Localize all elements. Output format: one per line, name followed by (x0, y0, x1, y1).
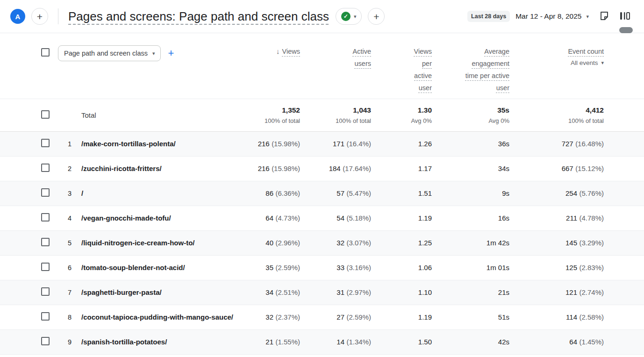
report-status-dropdown[interactable]: ✓ ▾ (336, 8, 362, 25)
row-checkbox[interactable] (41, 188, 50, 197)
views-value: 35 (265, 264, 273, 271)
event-count-value: 145 (565, 239, 577, 247)
total-active-users-sub: 100% of total (306, 117, 371, 124)
column-header-label: Event count (568, 45, 604, 57)
check-circle-icon: ✓ (341, 12, 351, 21)
views-per-user-value: 1.25 (418, 239, 432, 247)
table-row: 9 /spanish-tortilla-potatoes/ 21 (1.55%)… (0, 330, 644, 355)
row-checkbox[interactable] (41, 263, 50, 271)
column-header-views[interactable]: ↓Views (240, 45, 306, 57)
add-note-button[interactable] (596, 8, 612, 24)
panels-icon (619, 10, 631, 23)
table-scrollbar-thumb[interactable] (619, 27, 633, 33)
total-label: Total (81, 111, 240, 119)
row-checkbox[interactable] (41, 238, 50, 246)
total-checkbox[interactable] (41, 110, 50, 119)
engagement-value: 21s (498, 288, 509, 296)
total-engagement: 35s (437, 106, 509, 114)
chevron-down-icon: ▾ (601, 60, 604, 65)
column-header-views-per-active-user[interactable]: Views per active user (377, 45, 437, 94)
avatar[interactable]: A (10, 9, 25, 24)
views-value: 216 (258, 164, 270, 172)
row-checkbox[interactable] (41, 139, 50, 147)
event-count-value: 121 (565, 288, 577, 296)
table-row: 4 /vegan-gnocchi-made-tofu/ 64 (4.73%) 5… (0, 206, 644, 231)
select-all-checkbox[interactable] (41, 48, 50, 57)
event-count-value: 254 (565, 189, 577, 197)
chevron-down-icon: ▾ (354, 14, 357, 19)
total-views-sub: 100% of total (240, 117, 300, 124)
views-percent: (2.51%) (275, 288, 300, 296)
engagement-value: 34s (498, 164, 509, 172)
engagement-value: 42s (498, 338, 509, 346)
views-per-user-value: 1.19 (418, 214, 432, 222)
views-percent: (15.98%) (272, 140, 300, 148)
sort-descending-icon: ↓ (276, 47, 280, 55)
event-count-value: 64 (569, 338, 577, 346)
add-button[interactable]: + (31, 8, 48, 25)
event-count-percent: (2.74%) (579, 288, 604, 296)
page-path: /coconut-tapioca-pudding-with-mango-sauc… (81, 313, 240, 322)
event-filter-dropdown[interactable]: All events ▾ (515, 59, 604, 66)
event-count-percent: (15.12%) (575, 164, 604, 172)
page-path: / (81, 189, 240, 198)
row-checkbox[interactable] (41, 337, 50, 345)
column-header-label: Average engagement time per active user (457, 45, 509, 94)
engagement-value: 51s (498, 313, 509, 321)
event-count-percent: (3.29%) (579, 239, 604, 247)
table-row: 6 /tomato-soup-blender-not-acid/ 35 (2.5… (0, 256, 644, 280)
engagement-value: 9s (502, 189, 509, 197)
event-count-value: 114 (566, 313, 577, 321)
views-value: 32 (265, 313, 273, 321)
views-percent: (1.55%) (275, 338, 300, 346)
active-users-value: 31 (336, 288, 344, 296)
active-users-percent: (17.64%) (343, 164, 371, 172)
active-users-value: 171 (333, 140, 344, 148)
total-events: 4,412 (515, 106, 604, 114)
table-row: 5 /liquid-nitrogen-ice-cream-how-to/ 40 … (0, 231, 644, 256)
toggle-panels-button[interactable] (617, 8, 633, 24)
row-index: 7 (58, 289, 81, 296)
date-range-label: Mar 12 - Apr 8, 2025 (515, 12, 581, 21)
row-checkbox[interactable] (41, 312, 50, 321)
page-path: /zucchini-ricotta-fritters/ (81, 164, 240, 173)
table-row: 7 /spaghetti-burger-pasta/ 34 (2.51%) 31… (0, 280, 644, 305)
engagement-value: 1m 42s (487, 239, 509, 247)
column-header-avg-engagement-time[interactable]: Average engagement time per active user (437, 45, 515, 94)
column-header-active-users[interactable]: Active users (306, 45, 377, 70)
column-header-label: Views per active user (408, 45, 432, 94)
event-count-percent: (4.78%) (579, 214, 604, 222)
date-range-picker[interactable]: Mar 12 - Apr 8, 2025 ▾ (515, 12, 589, 21)
active-users-percent: (2.59%) (346, 313, 371, 321)
event-count-percent: (1.45%) (579, 338, 604, 346)
row-checkbox[interactable] (41, 287, 50, 296)
active-users-percent: (3.07%) (346, 239, 371, 247)
event-count-value: 211 (566, 214, 577, 222)
active-users-percent: (2.97%) (346, 288, 371, 296)
column-header-label: Views (282, 45, 300, 57)
row-checkbox[interactable] (41, 164, 50, 172)
active-users-percent: (1.34%) (346, 338, 371, 346)
views-percent: (2.59%) (275, 264, 300, 271)
dimension-selector[interactable]: Page path and screen class ▾ (58, 45, 161, 61)
row-checkbox[interactable] (41, 213, 50, 221)
column-header-event-count[interactable]: Event count All events ▾ (515, 45, 644, 66)
views-per-user-value: 1.26 (418, 140, 432, 148)
note-icon (599, 10, 610, 23)
views-per-user-value: 1.51 (418, 189, 432, 197)
add-comparison-button[interactable]: + (368, 8, 385, 25)
row-index: 1 (58, 140, 81, 148)
page-title: Pages and screens: Page path and screen … (68, 9, 329, 24)
views-value: 86 (265, 189, 273, 197)
page-path: /tomato-soup-blender-not-acid/ (81, 263, 240, 272)
top-bar: A + Pages and screens: Page path and scr… (0, 0, 644, 33)
add-dimension-button[interactable]: + (168, 48, 174, 58)
views-value: 64 (265, 214, 273, 222)
engagement-value: 16s (498, 214, 509, 222)
row-index: 4 (58, 214, 81, 222)
views-per-user-value: 1.06 (418, 264, 432, 271)
date-preset-badge[interactable]: Last 28 days (467, 11, 510, 22)
active-users-value: 33 (336, 264, 344, 271)
active-users-percent: (5.47%) (346, 189, 371, 197)
event-count-value: 125 (565, 264, 577, 271)
